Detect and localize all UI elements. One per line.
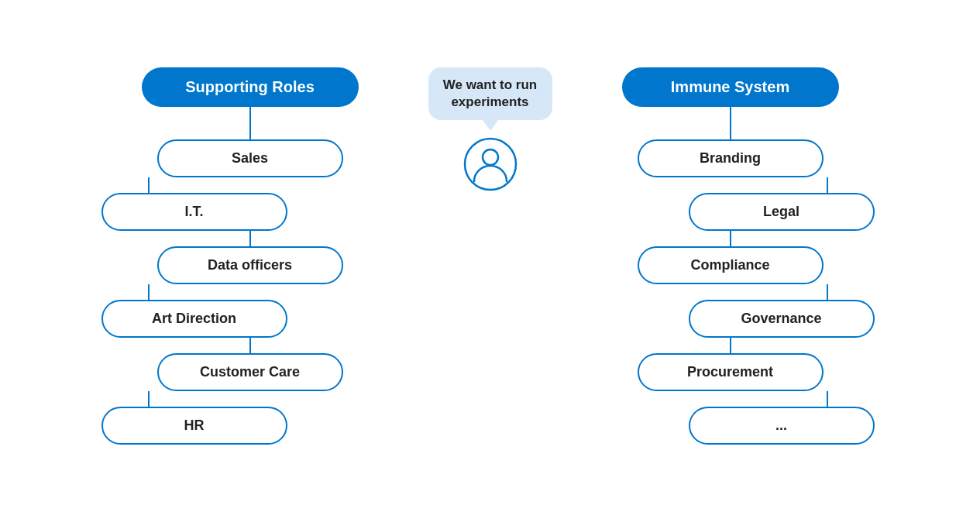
diagram: Supporting Roles SalesI.T.Data officersA… bbox=[0, 52, 980, 460]
v-connector bbox=[249, 124, 251, 139]
v-connector bbox=[148, 391, 150, 407]
pill-row: Legal bbox=[568, 193, 893, 231]
item-pill: Compliance bbox=[638, 246, 824, 284]
v-connector bbox=[148, 177, 150, 193]
v-connector bbox=[827, 177, 828, 193]
list-item: Branding bbox=[568, 124, 893, 177]
pill-row: I.T. bbox=[88, 193, 413, 231]
pill-row: Customer Care bbox=[88, 353, 413, 391]
list-item: HR bbox=[88, 391, 413, 445]
item-pill: Legal bbox=[689, 193, 875, 231]
v-connector bbox=[730, 124, 731, 139]
item-pill: Procurement bbox=[638, 353, 824, 391]
immune-system-header: Immune System bbox=[622, 67, 839, 107]
list-item: Data officers bbox=[88, 231, 413, 284]
pill-row: Art Direction bbox=[88, 300, 413, 338]
right-column: Immune System BrandingLegalComplianceGov… bbox=[568, 67, 893, 445]
pill-row: Governance bbox=[568, 300, 893, 338]
item-pill: Customer Care bbox=[157, 353, 343, 391]
pill-row: HR bbox=[88, 407, 413, 445]
item-pill: I.T. bbox=[101, 193, 287, 231]
list-item: Customer Care bbox=[88, 338, 413, 391]
item-pill: Data officers bbox=[157, 246, 343, 284]
list-item: Governance bbox=[568, 284, 893, 338]
item-pill: HR bbox=[101, 407, 287, 445]
list-item: Art Direction bbox=[88, 284, 413, 338]
item-pill: ... bbox=[689, 407, 875, 445]
center-column: We want to run experiments bbox=[413, 67, 568, 191]
pill-row: Procurement bbox=[568, 353, 893, 391]
speech-bubble: We want to run experiments bbox=[428, 67, 552, 120]
item-pill: Governance bbox=[689, 300, 875, 338]
list-item: Procurement bbox=[568, 338, 893, 391]
v-connector bbox=[148, 284, 150, 300]
list-item: ... bbox=[568, 391, 893, 445]
v-connector bbox=[827, 391, 828, 407]
v-connector bbox=[827, 284, 828, 300]
item-pill: Sales bbox=[157, 139, 343, 177]
v-connector bbox=[249, 231, 251, 246]
list-item: I.T. bbox=[88, 177, 413, 231]
list-item: Compliance bbox=[568, 231, 893, 284]
list-item: Sales bbox=[88, 124, 413, 177]
right-header-connector bbox=[730, 107, 731, 124]
left-column: Supporting Roles SalesI.T.Data officersA… bbox=[88, 67, 413, 445]
left-items-list: SalesI.T.Data officersArt DirectionCusto… bbox=[88, 124, 413, 445]
v-connector bbox=[730, 231, 731, 246]
pill-row: Branding bbox=[568, 139, 893, 177]
svg-point-1 bbox=[483, 149, 498, 165]
pill-row: Sales bbox=[88, 139, 413, 177]
v-connector bbox=[730, 338, 731, 353]
v-connector bbox=[249, 338, 251, 353]
item-pill: Branding bbox=[638, 139, 824, 177]
pill-row: ... bbox=[568, 407, 893, 445]
supporting-roles-header: Supporting Roles bbox=[142, 67, 359, 107]
pill-row: Compliance bbox=[568, 246, 893, 284]
left-header-connector bbox=[249, 107, 251, 124]
pill-row: Data officers bbox=[88, 246, 413, 284]
person-icon bbox=[463, 137, 518, 191]
list-item: Legal bbox=[568, 177, 893, 231]
item-pill: Art Direction bbox=[101, 300, 287, 338]
right-items-list: BrandingLegalComplianceGovernanceProcure… bbox=[568, 124, 893, 445]
